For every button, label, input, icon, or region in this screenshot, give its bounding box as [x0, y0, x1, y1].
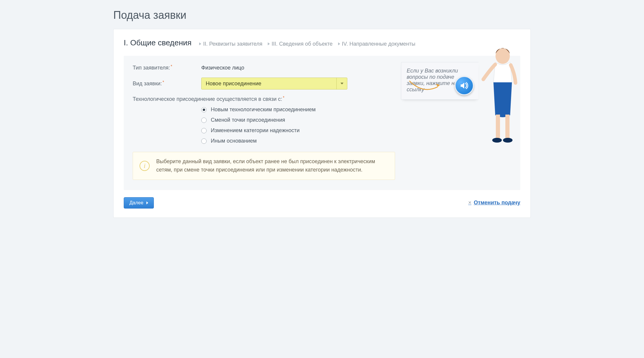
cancel-link[interactable]: × Отменить подачу — [468, 200, 520, 206]
radio-label: Сменой точки присоединения — [211, 117, 285, 123]
radio-label: Новым технологическим присоединением — [211, 107, 316, 113]
step-label: III. Сведения об объекте — [272, 41, 333, 47]
select-toggle-button[interactable] — [336, 78, 347, 89]
chevron-right-icon — [268, 42, 270, 45]
step-4[interactable]: IV. Направленные документы — [338, 41, 416, 47]
speaker-button[interactable] — [455, 76, 474, 95]
applicant-type-label: Тип заявителя: — [133, 65, 201, 71]
radio-option-0[interactable]: Новым технологическим присоединением — [201, 107, 511, 113]
step-label: II. Реквизиты заявителя — [203, 41, 262, 47]
page-title: Подача заявки — [113, 9, 531, 21]
close-icon: × — [468, 200, 471, 206]
arrow-icon — [408, 78, 444, 93]
chevron-down-icon — [340, 83, 343, 84]
cancel-label: Отменить подачу — [474, 200, 520, 206]
step-current: I. Общие сведения — [124, 38, 191, 47]
connection-reason-group: Новым технологическим присоединением Сме… — [201, 107, 511, 144]
applicant-type-value: Физическое лицо — [201, 65, 244, 71]
info-text: Выберите данный вид заявки, если объект … — [156, 158, 375, 173]
chevron-right-icon — [199, 42, 201, 45]
chevron-right-icon — [146, 201, 148, 204]
chevron-right-icon — [338, 42, 340, 45]
step-3[interactable]: III. Сведения об объекте — [268, 41, 333, 47]
help-card: Если у Вас возникли вопросы по подаче за… — [401, 62, 479, 100]
request-type-selected: Новое присоединение — [202, 81, 336, 87]
radio-option-2[interactable]: Изменением категории надежности — [201, 127, 511, 134]
info-icon: i — [140, 161, 150, 171]
radio-icon — [201, 118, 207, 123]
next-button-label: Далее — [129, 200, 143, 206]
step-breadcrumb: I. Общие сведения II. Реквизиты заявител… — [124, 38, 520, 47]
form-card: I. Общие сведения II. Реквизиты заявител… — [113, 29, 531, 218]
radio-label: Иным основанием — [211, 138, 257, 144]
info-box: i Выберите данный вид заявки, если объек… — [133, 152, 395, 180]
radio-option-1[interactable]: Сменой точки присоединения — [201, 117, 511, 123]
step-label: IV. Направленные документы — [342, 41, 416, 47]
radio-icon — [201, 107, 207, 112]
request-type-label: Вид заявки: — [133, 81, 201, 87]
radio-label: Изменением категории надежности — [211, 127, 300, 134]
request-type-select[interactable]: Новое присоединение — [201, 78, 347, 90]
radio-icon — [201, 128, 207, 133]
radio-option-3[interactable]: Иным основанием — [201, 138, 511, 144]
radio-icon — [201, 138, 207, 144]
next-button[interactable]: Далее — [124, 197, 154, 209]
speaker-icon — [459, 81, 469, 91]
step-2[interactable]: II. Реквизиты заявителя — [199, 41, 262, 47]
